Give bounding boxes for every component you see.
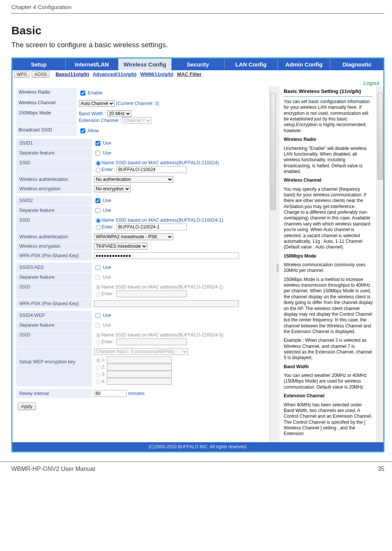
subnav-advanced[interactable]: Advanced(11n/g/b) — [93, 71, 137, 77]
bandwidth-select[interactable]: 20 MHz — [107, 110, 131, 117]
ssid3-radio-mac[interactable] — [96, 285, 101, 290]
ssid2-separate-checkbox[interactable] — [95, 208, 100, 213]
help-p-channel: You may specify a channel (frequency ban… — [284, 187, 373, 250]
ssid3-radio-enter[interactable] — [96, 292, 101, 297]
subnav-basic[interactable]: Basic(11n/g/b) — [55, 71, 89, 77]
ssid3-use-checkbox[interactable] — [95, 265, 100, 270]
ssid1-name-input[interactable] — [117, 166, 187, 173]
router-ui-frame: Setup Internet/LAN Wireless Config Secur… — [11, 57, 384, 452]
wep-key-3-radio[interactable] — [96, 372, 101, 377]
tab-internet-lan[interactable]: Internet/LAN — [66, 59, 119, 70]
ssid4-separate-checkbox[interactable] — [95, 323, 100, 328]
help-intro: You can set basic configuration informat… — [284, 99, 373, 134]
ssid1-ssid-label: SSID — [16, 158, 92, 174]
ssid2-use-checkbox[interactable] — [95, 198, 100, 203]
main-scrollbar[interactable] — [269, 86, 276, 442]
wireless-radio-checkbox[interactable] — [80, 91, 85, 96]
ssid2-psk-input[interactable] — [94, 252, 239, 259]
section-title: Basic — [11, 24, 384, 37]
wep-key-2-radio[interactable] — [96, 365, 101, 370]
ssid1-separate-label: Separate feature — [16, 148, 92, 158]
ssid2-radio-enter[interactable] — [96, 225, 101, 230]
help-p-ext: When 40MHz has been selected under Band … — [284, 402, 373, 437]
top-nav: Setup Internet/LAN Wireless Config Secur… — [12, 59, 383, 70]
ssid3-ssid-label: SSID — [16, 282, 92, 299]
ssid1-auth-label: Wireless authentication — [16, 174, 92, 184]
subnav-wmm[interactable]: WMM(11n/g/b) — [140, 71, 174, 77]
ssid1-use-checkbox[interactable] — [95, 141, 100, 146]
ssid4-radio-mac[interactable] — [96, 333, 101, 338]
ssid2-auth-select[interactable]: WPA/WPA2 mixedmode - PSK — [94, 233, 173, 240]
copyright-text: (C)2000-2010 BUFFALO INC. All rights res… — [149, 444, 247, 449]
ssid4-use-checkbox[interactable] — [95, 313, 100, 318]
help-scrollbar[interactable] — [377, 86, 383, 442]
wps-button[interactable]: WPS — [14, 71, 29, 78]
help-scroll-thumb[interactable] — [378, 93, 383, 180]
ssid4-name-input[interactable] — [117, 338, 187, 345]
ssid4-wep-type-select[interactable]: Character Input : 5 characters(WEP64) — [94, 348, 188, 355]
ssid3-psk-input[interactable] — [94, 300, 239, 307]
ssid1-enc-select[interactable]: No encryption — [94, 185, 131, 192]
mid-scroll-dot — [277, 264, 279, 272]
ssid2-auth-label: Wireless authentication — [16, 232, 92, 241]
logout-link[interactable]: Logout — [12, 79, 383, 86]
scroll-thumb[interactable] — [271, 93, 276, 210]
ssid4-title: SSID4:WEP — [16, 310, 92, 320]
ssid2-psk-label: WPA-PSK (Pre-Shared Key) — [16, 251, 92, 260]
ssid1-radio-enter[interactable] — [96, 168, 101, 173]
ssid2-name-input[interactable] — [117, 224, 187, 230]
help-title: Basic Wireless Setting (11n/g/b) — [284, 88, 373, 94]
wep-key-4-radio[interactable] — [96, 380, 101, 384]
wep-key-3-input[interactable] — [107, 371, 172, 378]
ssid1-title: SSID1 — [16, 138, 92, 148]
ssid2-separate-label: Separate feature — [16, 205, 92, 215]
subnav-macfilter[interactable]: MAC Filter — [177, 71, 201, 77]
aoss-button[interactable]: AOSS — [32, 71, 49, 78]
section-desc: The screen to configure a basic wireless… — [11, 41, 384, 49]
apply-button[interactable]: Apply — [18, 403, 36, 410]
wep-key-1-input[interactable] — [107, 357, 172, 363]
ssid4-ssid-label: SSID — [16, 330, 92, 347]
wireless-radio-cell: Enable — [77, 88, 269, 98]
help-panel: Basic Wireless Setting (11n/g/b) You can… — [280, 86, 377, 442]
ssid3-title: SSID3:AES — [16, 262, 92, 272]
ext-channel-select[interactable]: Channel 7 — [122, 117, 151, 124]
wireless-radio-label: Wireless Radio — [16, 88, 77, 98]
ssid1-auth-select[interactable]: No authentication — [94, 176, 173, 183]
help-h-150: 150Mbps Mode — [284, 253, 373, 259]
enable-text: Enable — [88, 90, 102, 96]
document-footer: WBMR-HP-GNV2 User Manual 35 — [0, 461, 392, 478]
sub-nav: WPS AOSS Basic(11n/g/b) Advanced(11n/g/b… — [12, 70, 383, 79]
main-settings-panel: Wireless Radio Enable Wireless Channel A… — [12, 86, 269, 442]
tab-wireless-config[interactable]: Wireless Config — [118, 59, 172, 70]
ssid3-psk-label: WPA-PSK (Pre-Shared Key) — [16, 299, 92, 308]
copyright-strip: (C)2000-2010 BUFFALO INC. All rights res… — [12, 442, 383, 451]
ssid1-radio-mac[interactable] — [96, 161, 101, 166]
wep-key-1-radio[interactable] — [96, 358, 101, 363]
wep-key-4-input[interactable] — [107, 378, 172, 385]
ssid3-name-input[interactable] — [117, 290, 187, 297]
tab-security[interactable]: Security — [172, 59, 225, 70]
ssid3-separate-checkbox[interactable] — [95, 275, 100, 280]
ssid1-separate-checkbox[interactable] — [95, 151, 100, 156]
rekey-interval-input[interactable] — [94, 390, 127, 397]
wireless-channel-select[interactable]: Auto Channel — [79, 100, 115, 107]
broadcast-ssid-checkbox[interactable] — [80, 128, 85, 133]
help-p-radio: Unchecking "Enable" will disable wireles… — [284, 146, 373, 175]
tab-admin-config[interactable]: Admin Config — [278, 59, 331, 70]
tab-setup[interactable]: Setup — [12, 59, 66, 70]
ssid4-radio-enter[interactable] — [96, 340, 101, 345]
ssid1-enc-label: Wireless encryption — [16, 184, 92, 193]
wep-key-2-input[interactable] — [107, 364, 172, 370]
tab-diagnostic[interactable]: Diagnostic — [331, 59, 383, 70]
ssid2-enc-select[interactable]: TKIP/AES mixedmode — [94, 243, 148, 250]
tab-lan-config[interactable]: LAN Config — [224, 59, 278, 70]
ssid2-radio-mac[interactable] — [96, 218, 101, 223]
ssid4-wep-label: Setup WEP encryption key — [16, 347, 92, 386]
help-p-150b: 150Mbps Mode is a method to increase wir… — [284, 277, 373, 335]
help-h-bw: Band Width — [284, 364, 373, 370]
footer-left: WBMR-HP-GNV2 User Manual — [11, 466, 95, 472]
footer-right: 35 — [378, 466, 384, 472]
broadcast-ssid-label: Broadcast SSID — [16, 125, 77, 136]
mid-scroll-indicator — [276, 86, 280, 442]
